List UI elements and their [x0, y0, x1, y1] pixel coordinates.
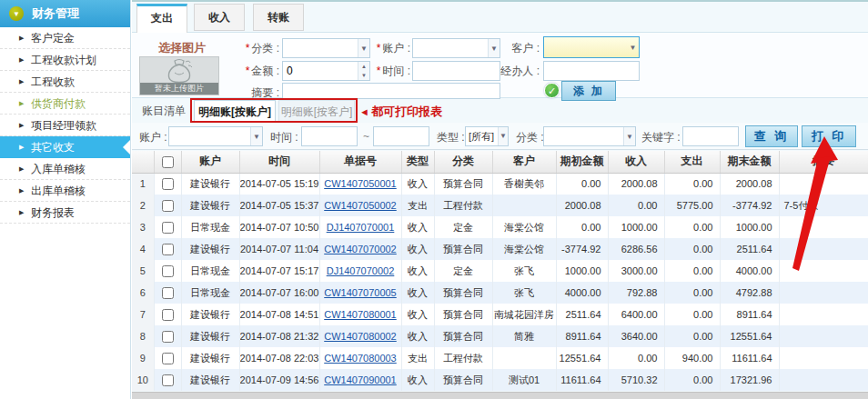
sidebar-item-other-income-expense[interactable]: ▶其它收支 — [0, 136, 130, 158]
tab-expense[interactable]: 支出 — [136, 4, 187, 33]
print-button[interactable]: 打 印 — [802, 125, 856, 147]
entry-form: 选择图片 暂未上传图片 *分类 : ▼ *账户 : ▼ 客户 : ▼ *金额 :… — [132, 32, 868, 98]
query-button[interactable]: 查 询 — [745, 125, 798, 147]
category-select[interactable]: ▼ — [282, 38, 370, 58]
doc-link[interactable]: CW1407080002 — [324, 331, 397, 342]
main-panel: 支出 收入 转账 选择图片 暂未上传图片 *分类 : ▼ *账户 : ▼ 客户 … — [132, 0, 868, 399]
filter-time-label: 时间 : — [270, 130, 298, 145]
table-row: 7建设银行2014-07-08 14:51CW1407080001收入预算合同南… — [132, 304, 868, 325]
filter-account-select[interactable]: ▼ — [168, 126, 263, 146]
arrow-left-icon: ◄ — [359, 106, 369, 117]
filter-bar: 账户 : ▼ 时间 : ~ 类型 : [所有]▼ 分类 : ▼ 关键字 : 查 … — [132, 123, 868, 150]
category-label: *分类 : — [227, 41, 279, 56]
col-category: 分类 — [434, 151, 492, 173]
row-checkbox[interactable] — [162, 353, 174, 364]
col-income: 收入 — [608, 151, 664, 173]
amount-input[interactable] — [283, 62, 358, 80]
row-checkbox[interactable] — [162, 331, 174, 343]
sidebar-item-outbound-audit[interactable]: ▶出库单稽核 — [0, 180, 130, 202]
row-checkbox[interactable] — [162, 178, 174, 190]
row-checkbox[interactable] — [162, 374, 174, 386]
tab-transfer[interactable]: 转账 — [253, 4, 304, 31]
col-opening: 期初金额 — [556, 151, 608, 173]
caret-right-icon: ▶ — [19, 71, 24, 93]
customer-label: 客户 : — [503, 41, 540, 56]
caret-right-icon: ▶ — [19, 136, 24, 158]
doc-link[interactable]: CW1407070005 — [324, 287, 397, 298]
horizontal-scrollbar[interactable] — [132, 392, 868, 399]
doc-link[interactable]: CW1407050002 — [324, 200, 397, 211]
sidebar-item-supplier-payment[interactable]: ▶供货商付款 — [0, 93, 130, 115]
row-checkbox[interactable] — [162, 244, 174, 255]
col-account: 账户 — [181, 151, 239, 173]
doc-link[interactable]: CW1407070002 — [324, 244, 397, 254]
row-checkbox[interactable] — [162, 309, 174, 321]
sidebar-item-finance-report[interactable]: ▶财务报表 — [0, 202, 130, 224]
sidebar: ▼ 财务管理 ▶客户定金 ▶工程收款计划 ▶工程收款 ▶供货商付款 ▶项目经理领… — [0, 0, 131, 399]
filter-category-select[interactable]: ▼ — [543, 126, 636, 146]
doc-link[interactable]: CW1407050001 — [324, 178, 397, 189]
doc-link[interactable]: CW1407080001 — [324, 309, 397, 320]
chevron-down-icon: ▼ — [358, 39, 369, 57]
row-checkbox[interactable] — [162, 287, 174, 299]
tab-account-list[interactable]: 账目清单 — [138, 100, 189, 123]
select-all-checkbox[interactable] — [162, 156, 174, 168]
handler-label: 经办人 : — [494, 64, 540, 79]
chevron-down-icon: ▼ — [623, 127, 635, 145]
sidebar-item-inbound-audit[interactable]: ▶入库单稽核 — [0, 158, 130, 180]
filter-account-label: 账户 : — [139, 130, 167, 145]
amount-stepper: ▲▼ — [282, 61, 370, 81]
table-header-row: 账户 时间 单据号 类型 分类 客户 期初金额 收入 支出 期末金额 摘要 — [132, 151, 868, 173]
account-select[interactable]: ▼ — [412, 38, 500, 58]
tab-detail-by-customer[interactable]: 明细账[按客户] — [278, 100, 355, 123]
filter-category-label: 分类 : — [516, 130, 544, 145]
time-input[interactable] — [413, 62, 500, 80]
handler-input[interactable] — [544, 62, 639, 80]
table-row: 1建设银行2014-07-05 15:19CW1407050001收入预算合同香… — [132, 173, 868, 195]
table-row: 2建设银行2014-07-05 15:37CW1407050002支出工程付款2… — [132, 195, 868, 216]
doc-link[interactable]: CW1407080003 — [324, 353, 397, 364]
row-checkbox[interactable] — [162, 265, 174, 277]
filter-time-to-input[interactable] — [374, 127, 429, 145]
customer-select[interactable]: ▼ — [543, 36, 640, 58]
sidebar-item-manager-withdraw[interactable]: ▶项目经理领款 — [0, 115, 130, 136]
caret-right-icon: ▶ — [19, 93, 24, 115]
doc-link[interactable]: DJ1407070001 — [327, 222, 395, 233]
col-closing: 期末金额 — [720, 151, 779, 173]
table-row: 5日常现金2014-07-07 15:17DJ1407070002收入定金张飞1… — [132, 260, 868, 282]
row-checkbox[interactable] — [162, 222, 174, 234]
row-checkbox[interactable] — [162, 200, 174, 212]
col-select — [154, 151, 181, 173]
summary-field — [282, 83, 500, 99]
col-expense: 支出 — [664, 151, 720, 173]
doc-link[interactable]: DJ1407070002 — [327, 265, 395, 276]
doc-link[interactable]: CW1407090001 — [324, 374, 397, 385]
filter-type-select[interactable]: [所有]▼ — [465, 126, 509, 146]
handler-field — [543, 61, 640, 81]
col-rownum — [132, 151, 154, 173]
time-field — [412, 61, 500, 81]
sidebar-item-project-receipt-plan[interactable]: ▶工程收款计划 — [0, 49, 130, 71]
caret-right-icon: ▶ — [19, 27, 24, 49]
tilde-separator: ~ — [363, 130, 369, 143]
sidebar-item-customer-deposit[interactable]: ▶客户定金 — [0, 27, 130, 49]
filter-time-from-input[interactable] — [302, 127, 357, 145]
filter-keyword-input[interactable] — [683, 127, 738, 145]
col-time: 时间 — [239, 151, 319, 173]
tab-income[interactable]: 收入 — [194, 4, 245, 31]
image-upload-box[interactable]: 暂未上传图片 — [139, 56, 219, 95]
caret-right-icon: ▶ — [19, 49, 24, 71]
spin-down-icon[interactable]: ▼ — [358, 71, 369, 80]
summary-input[interactable] — [283, 84, 500, 98]
spin-up-icon[interactable]: ▲ — [358, 62, 369, 71]
chevron-down-icon: ▼ — [498, 127, 508, 145]
amount-label: *金额 : — [227, 64, 279, 79]
caret-right-icon: ▶ — [19, 180, 24, 202]
image-picker-title: 选择图片 — [158, 40, 206, 56]
tab-detail-by-account[interactable]: 明细账[按账户] — [194, 100, 276, 123]
filter-keyword-field — [682, 126, 739, 146]
sidebar-item-project-receipt[interactable]: ▶工程收款 — [0, 71, 130, 93]
sidebar-header[interactable]: ▼ 财务管理 — [0, 0, 130, 27]
chevron-down-icon: ▼ — [488, 39, 500, 57]
image-placeholder-text: 暂未上传图片 — [140, 83, 218, 95]
